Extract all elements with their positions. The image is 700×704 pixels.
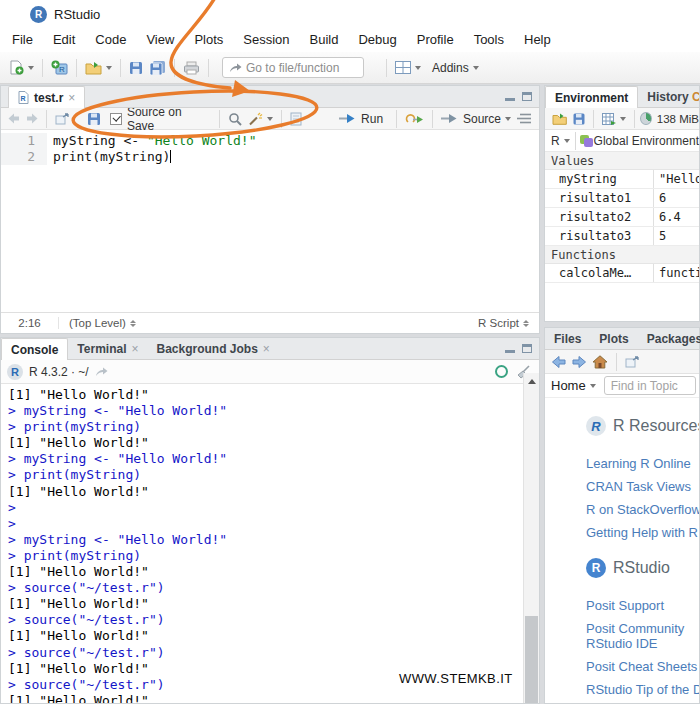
tab-packages[interactable]: Packages: [638, 328, 700, 349]
scope-selector[interactable]: (Top Level): [59, 317, 146, 329]
source-button[interactable]: Source: [441, 112, 511, 126]
document-outline-button[interactable]: [517, 113, 531, 124]
print-button[interactable]: [183, 61, 200, 75]
source-on-save-checkbox[interactable]: Source on Save: [110, 105, 206, 133]
tab-console[interactable]: Console: [1, 338, 68, 360]
menu-debug[interactable]: Debug: [348, 28, 406, 52]
menu-edit[interactable]: Edit: [43, 28, 85, 52]
help-link[interactable]: Posit Support: [586, 598, 699, 613]
help-nav-row: Home: [545, 374, 699, 398]
new-file-button[interactable]: [9, 60, 34, 75]
save-button[interactable]: [87, 112, 101, 126]
compile-report-button[interactable]: [290, 112, 302, 126]
checkbox-checked-icon[interactable]: [110, 113, 122, 125]
share-arrow-icon[interactable]: [95, 366, 109, 377]
menu-help[interactable]: Help: [514, 28, 561, 52]
object-value: function: [653, 264, 699, 282]
code-text: myString <- "Hello World!": [47, 133, 257, 149]
environment-scope-selector[interactable]: Global Environment: [594, 134, 699, 148]
environment-object-row[interactable]: risultato16: [545, 189, 699, 208]
help-search-input[interactable]: [604, 376, 696, 395]
open-file-button[interactable]: [85, 61, 112, 75]
memory-usage-icon[interactable]: [640, 112, 652, 125]
goto-file-search[interactable]: [222, 57, 364, 78]
popout-button[interactable]: [55, 113, 70, 125]
tab-background-jobs[interactable]: Background Jobs×: [147, 338, 278, 359]
environment-object-row[interactable]: risultato26.4: [545, 208, 699, 227]
import-dataset-button[interactable]: [602, 113, 626, 125]
environment-object-row[interactable]: calcolaMe…function: [545, 264, 699, 283]
divider: [42, 59, 43, 77]
addins-button[interactable]: Addins: [432, 61, 479, 75]
menu-build[interactable]: Build: [300, 28, 349, 52]
help-link[interactable]: Posit Cheat Sheets: [586, 659, 699, 674]
run-button[interactable]: Run: [339, 112, 383, 126]
save-workspace-button[interactable]: [573, 113, 585, 125]
save-all-button[interactable]: [149, 60, 166, 75]
scroll-up-icon[interactable]: [528, 379, 536, 384]
help-link[interactable]: CRAN Task Views: [586, 479, 699, 494]
environment-object-row[interactable]: myString"Hello World!": [545, 170, 699, 189]
menu-profile[interactable]: Profile: [407, 28, 464, 52]
back-button[interactable]: [8, 113, 20, 124]
tab-files[interactable]: Files: [545, 328, 590, 349]
close-icon[interactable]: ×: [131, 344, 138, 354]
scrollbar-thumb[interactable]: [525, 616, 538, 703]
code-tools-button[interactable]: [248, 112, 273, 126]
minimize-icon[interactable]: [505, 92, 515, 101]
tab-environment[interactable]: Environment: [545, 86, 638, 108]
help-back-button[interactable]: [552, 356, 566, 368]
import-dataset-icon: [602, 113, 616, 125]
filetype-selector[interactable]: R Script: [468, 317, 539, 329]
tab-label: Packages: [647, 332, 700, 346]
save-button[interactable]: [129, 61, 143, 75]
code-editor[interactable]: 1myString <- "Hello World!"2print(myStri…: [1, 131, 539, 312]
help-popout-button[interactable]: [625, 356, 640, 368]
close-icon[interactable]: ×: [263, 344, 270, 354]
pane-layout-button[interactable]: [395, 61, 421, 74]
tab-test-r[interactable]: R test.r ×: [8, 86, 85, 108]
menu-file[interactable]: File: [2, 28, 43, 52]
menu-session[interactable]: Session: [233, 28, 299, 52]
new-project-button[interactable]: R: [51, 60, 68, 75]
help-link[interactable]: RStudio Tip of the Day: [586, 682, 699, 697]
help-home-button[interactable]: [592, 355, 608, 369]
help-section: RR ResourcesLearning R OnlineCRAN Task V…: [586, 414, 699, 540]
forward-button[interactable]: [26, 113, 38, 124]
minimize-icon[interactable]: [505, 344, 515, 353]
find-button[interactable]: [228, 112, 242, 126]
menu-tools[interactable]: Tools: [464, 28, 514, 52]
console-line: [1] "Hello World!": [8, 564, 522, 580]
rerun-button[interactable]: [405, 113, 424, 125]
help-link[interactable]: Posit CommunityRStudio IDE: [586, 621, 699, 651]
r-language-selector[interactable]: R: [551, 134, 560, 148]
save-icon: [129, 61, 143, 75]
r-logo-icon: R: [7, 364, 23, 380]
help-link[interactable]: Learning R Online: [586, 456, 699, 471]
tab-history[interactable]: History: [638, 86, 697, 107]
profile-indicator-icon[interactable]: [495, 365, 508, 378]
load-workspace-button[interactable]: [552, 113, 567, 125]
tab-label: test.r: [34, 91, 63, 105]
tab-terminal[interactable]: Terminal×: [68, 338, 147, 359]
console-output[interactable]: [1] "Hello World!"> myString <- "Hello W…: [1, 385, 522, 703]
menu-view[interactable]: View: [136, 28, 184, 52]
menu-code[interactable]: Code: [85, 28, 136, 52]
help-link[interactable]: Getting Help with R: [586, 525, 699, 540]
help-forward-button[interactable]: [572, 356, 586, 368]
help-link[interactable]: R on StackOverflow: [586, 502, 699, 517]
close-icon[interactable]: ×: [68, 93, 75, 103]
console-scrollbar[interactable]: [523, 373, 539, 703]
environment-object-row[interactable]: risultato35: [545, 227, 699, 246]
tab-partial[interactable]: C: [692, 90, 699, 104]
help-home-selector[interactable]: Home: [551, 378, 596, 393]
maximize-icon[interactable]: [522, 344, 532, 353]
goto-file-input[interactable]: [246, 61, 351, 75]
main-toolbar: R Addins: [0, 52, 700, 84]
magic-wand-icon: [248, 112, 263, 126]
console-line: > myString <- "Hello World!": [8, 532, 522, 548]
menu-plots[interactable]: Plots: [184, 28, 233, 52]
updown-icon: [523, 320, 529, 327]
tab-plots[interactable]: Plots: [590, 328, 637, 349]
maximize-icon[interactable]: [522, 92, 532, 101]
